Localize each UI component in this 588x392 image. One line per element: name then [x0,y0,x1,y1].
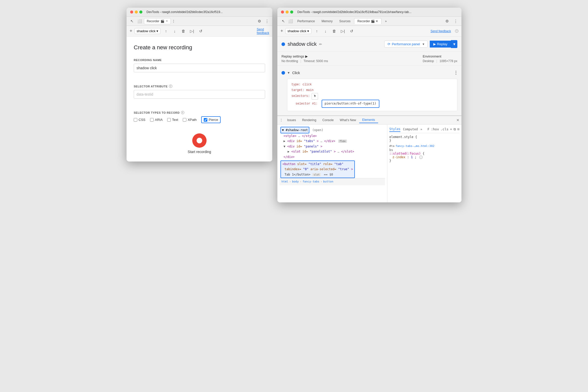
left-recording-name-select[interactable]: shadow click ▾ [134,28,161,34]
minimize-button-right[interactable] [286,10,289,14]
right-export-btn[interactable]: ↑ [313,28,320,34]
text-checkbox[interactable] [167,118,171,122]
left-delete-btn[interactable]: 🗑 [180,28,187,34]
replay-button-group: ▶ Replay ▾ [430,40,457,48]
xpath-checkbox[interactable] [183,118,186,122]
maximize-button-left[interactable] [139,10,142,14]
styles-copy-icon[interactable]: ⧉ [454,127,456,131]
styles-filter-icon[interactable]: F [427,127,429,131]
tab-issues[interactable]: Issues [284,117,299,123]
left-replay-btn[interactable]: ↺ [197,28,204,34]
replay-dropdown-button[interactable]: ▾ [451,40,457,48]
breadcrumb-fancy-tabs[interactable]: fancy-tabs [302,179,319,184]
css-checkbox-item[interactable]: CSS [134,118,145,122]
tab-elements[interactable]: Elements [359,117,378,123]
tab-whats-new[interactable]: What's New [337,117,359,123]
style-source-row: #ta fancy-tabs-…mo.html:302 [389,144,459,148]
pierce-checkbox-item[interactable]: Pierce [201,116,221,123]
left-more-tabs-icon[interactable]: ⋮ [172,19,175,23]
replay-settings-title[interactable]: Replay settings ▶ [281,54,412,58]
styles-tab-computed[interactable]: Computed [403,127,418,132]
div-tabs-line: ▶ <div id= "tabs" > … </div> flex [279,139,385,144]
right-add-recording-icon[interactable]: + [280,28,283,34]
breadcrumb-html[interactable]: html [281,179,288,184]
left-inspector-icon[interactable]: ⬜ [136,18,143,25]
recording-title-row: shadow click ✏ ⟳ Performance panel ▾ ▶ R… [277,37,461,52]
bottom-panel: ⋮ Issues Rendering Console What's New El… [277,116,461,202]
left-step-play-btn[interactable]: ▷| [189,28,195,34]
aria-checkbox[interactable] [150,118,154,122]
left-recording-name-text: shadow click [137,29,156,33]
close-button-left[interactable] [130,10,133,14]
breadcrumb-button[interactable]: button [323,179,333,184]
recording-edit-icon[interactable]: ✏ [319,42,322,46]
shadow-root-node[interactable]: ▼ #shadow-root [280,127,309,133]
styles-hov-btn[interactable]: :hov [431,127,439,131]
styles-add-rule-icon[interactable]: + [450,127,452,131]
left-recorder-toolbar: + shadow click ▾ ↑ ↓ 🗑 ▷| ↺ Sendfeedback [127,26,272,37]
replay-settings-row: Replay settings ▶ No throttling | Timeou… [277,52,461,66]
left-devtools-tabbar: ↖ ⬜ Recorder 🎬 ✕ ⋮ ⚙ ⋮ [127,17,272,26]
right-inspector-icon[interactable]: ⬜ [287,18,294,25]
styles-layout-icon[interactable]: ⊡ [457,127,459,131]
left-recording-dropdown-icon: ▾ [156,29,158,33]
tab-rendering[interactable]: Rendering [299,117,319,123]
tab-sources[interactable]: Sources [336,18,354,24]
left-cursor-icon[interactable]: ↖ [129,18,135,25]
performance-panel-button[interactable]: ⟳ Performance panel ▾ [384,41,428,48]
slot-line: ▶ <slot id= "panelsSlot" > … </slot> [279,149,385,154]
tab-memory[interactable]: Memory [319,18,336,24]
right-import-btn[interactable]: ↓ [322,28,329,34]
button-selected-node[interactable]: <button slot= "title" role= "tab" tabind… [280,160,355,178]
left-send-feedback-link[interactable]: Sendfeedback [257,28,269,35]
left-kebab-icon[interactable]: ⋮ [264,18,270,25]
right-replay-icon-btn[interactable]: ↺ [348,28,355,34]
right-settings-icon[interactable]: ⚙ [444,18,450,25]
selector-attribute-help-icon[interactable]: ? [169,85,172,88]
z-index-info-icon[interactable]: i [419,156,423,159]
perf-panel-icon: ⟳ [388,42,390,46]
text-checkbox-item[interactable]: Text [167,118,178,122]
aria-checkbox-item[interactable]: ARIA [150,118,163,122]
pierce-checkbox[interactable] [204,118,207,122]
style-source-link[interactable]: fancy-tabs-…mo.html:302 [395,144,434,148]
left-settings-icon[interactable]: ⚙ [256,18,263,25]
right-step-play-btn[interactable]: ▷| [340,28,346,34]
replay-main-button[interactable]: ▶ Replay [430,41,451,48]
selector-types-help-icon[interactable]: ? [181,111,184,114]
tab-console[interactable]: Console [319,117,337,123]
right-send-feedback-link[interactable]: Send feedback [431,29,451,33]
tab-recorder[interactable]: Recorder 🎬 ✕ [354,18,381,24]
styles-tab-styles[interactable]: Styles [389,127,400,132]
recording-name-input[interactable] [134,64,265,72]
tab-more[interactable]: » [382,18,390,24]
left-recorder-tab-close[interactable]: ✕ [166,19,168,23]
perf-panel-dropdown-icon[interactable]: ▾ [423,42,424,46]
bottom-panel-close-icon[interactable]: ✕ [456,118,459,122]
close-button-right[interactable] [281,10,284,14]
step-expand-icon[interactable]: ▼ [287,71,290,75]
styles-tab-more[interactable]: » [420,127,422,132]
left-import-btn[interactable]: ↓ [171,28,178,34]
code-type-line: type: click [291,82,453,88]
css-checkbox[interactable] [134,118,137,122]
left-add-recording-icon[interactable]: + [130,28,132,34]
right-delete-btn[interactable]: 🗑 [331,28,337,34]
left-recorder-tab[interactable]: Recorder 🎬 ✕ [144,18,171,24]
step-more-icon[interactable] [455,70,457,76]
styles-cls-btn[interactable]: .cls [440,127,448,131]
right-cursor-icon[interactable]: ↖ [280,18,287,25]
tab-performance[interactable]: Performance [294,18,318,24]
xpath-checkbox-item[interactable]: XPath [183,118,197,122]
bottom-panel-more-icon[interactable]: ⋮ [279,118,283,122]
left-devtools-window: DevTools - rawgit.com/ebidel/2d2bb0cdec3… [127,8,272,162]
right-recording-name-select[interactable]: shadow click ▾ [285,28,312,34]
breadcrumb-body[interactable]: body [292,179,299,184]
selector-attribute-input[interactable] [134,90,265,99]
left-export-btn[interactable]: ↑ [163,28,169,34]
maximize-button-right[interactable] [290,10,293,14]
minimize-button-left[interactable] [135,10,138,14]
right-more-icon[interactable]: ⋮ [452,18,459,25]
right-help-icon[interactable]: ? [455,29,458,33]
start-recording-button[interactable]: Start recording [134,133,265,154]
